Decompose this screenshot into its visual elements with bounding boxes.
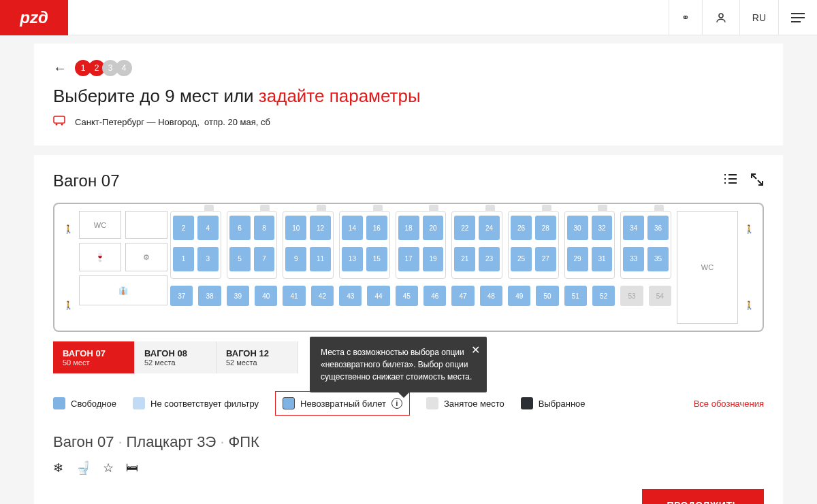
side-seat[interactable]: 39 <box>227 286 249 306</box>
seat[interactable]: 9 <box>285 247 306 271</box>
seat[interactable]: 24 <box>479 216 500 240</box>
seat[interactable]: 1 <box>173 247 194 271</box>
seat[interactable]: 15 <box>366 247 387 271</box>
continue-button[interactable]: ПРОДОЛЖИТЬ <box>642 489 764 504</box>
side-seat[interactable]: 52 <box>592 286 615 306</box>
nonrefundable-legend[interactable]: Невозвратный билет i <box>275 391 410 416</box>
side-seat[interactable]: 41 <box>283 286 305 306</box>
logo[interactable]: pzд <box>0 0 68 35</box>
svg-rect-4 <box>54 116 65 123</box>
seat[interactable]: 6 <box>229 216 251 240</box>
side-seat[interactable]: 37 <box>170 286 193 306</box>
exit-icon: 🚶 <box>741 301 757 310</box>
seat[interactable]: 16 <box>366 216 387 240</box>
seat[interactable]: 5 <box>229 247 251 271</box>
conductor-room: 👔 <box>79 275 167 305</box>
side-seat[interactable]: 44 <box>367 286 389 306</box>
seat[interactable]: 36 <box>647 216 669 240</box>
seat[interactable]: 8 <box>254 216 275 240</box>
seat[interactable]: 14 <box>342 216 363 240</box>
cup-icon <box>204 205 214 212</box>
seat[interactable]: 2 <box>173 216 194 240</box>
side-seat[interactable]: 43 <box>339 286 362 306</box>
left-endcap: 🚶 🚶 <box>60 211 76 324</box>
seat[interactable]: 22 <box>454 216 475 240</box>
progress-steps: 1 2 3 4 <box>75 60 129 76</box>
seat[interactable]: 30 <box>567 216 588 240</box>
side-seat[interactable]: 51 <box>564 286 587 306</box>
swatch-free <box>53 397 65 409</box>
staff-room <box>125 211 167 239</box>
swatch-filter <box>133 397 145 409</box>
user-icon[interactable] <box>702 0 739 35</box>
side-seat[interactable]: 38 <box>198 286 221 306</box>
exit-icon: 🚶 <box>60 301 76 310</box>
side-seat[interactable]: 42 <box>311 286 334 306</box>
exit-icon: 🚶 <box>741 224 757 234</box>
seat[interactable]: 12 <box>310 216 331 240</box>
seat[interactable]: 23 <box>479 247 500 271</box>
seat[interactable]: 25 <box>511 247 532 271</box>
menu-icon[interactable] <box>778 0 817 35</box>
right-endcap: 🚶 🚶 <box>741 211 757 324</box>
swatch-nonref <box>283 397 295 409</box>
seat[interactable]: 10 <box>285 216 306 240</box>
nonref-tooltip: ✕ Места с возможностью выбора опции «нев… <box>310 337 487 392</box>
seat[interactable]: 34 <box>623 216 644 240</box>
seat[interactable]: 20 <box>423 216 444 240</box>
car-tab[interactable]: ВАГОН 0750 мест <box>53 341 135 373</box>
page-title: Выберите до 9 мест или задайте параметры <box>53 86 764 107</box>
seat[interactable]: 35 <box>647 247 669 271</box>
car-card: Вагон 07 🚶 🚶 WC 🍷 ⚙ 👔 <box>34 155 783 504</box>
swatch-selected <box>521 397 533 409</box>
seat[interactable]: 7 <box>254 247 275 271</box>
side-seat[interactable]: 40 <box>255 286 277 306</box>
cup-icon <box>260 205 270 212</box>
seat[interactable]: 21 <box>454 247 475 271</box>
seat[interactable]: 11 <box>310 247 331 271</box>
seat[interactable]: 27 <box>535 247 556 271</box>
seat[interactable]: 31 <box>592 247 613 271</box>
seat[interactable]: 4 <box>197 216 219 240</box>
star-icon: ☆ <box>103 460 114 475</box>
glasses-icon[interactable]: ⚭ <box>669 0 702 35</box>
set-params-link[interactable]: задайте параметры <box>259 86 421 106</box>
cup-icon <box>542 205 551 212</box>
close-icon[interactable]: ✕ <box>471 342 480 358</box>
list-view-icon[interactable] <box>723 173 738 190</box>
seat[interactable]: 32 <box>592 216 613 240</box>
seat[interactable]: 26 <box>511 216 532 240</box>
car-title: Вагон 07 <box>53 171 120 190</box>
side-seat[interactable]: 49 <box>508 286 530 306</box>
side-seat[interactable]: 50 <box>536 286 558 306</box>
svg-point-0 <box>719 14 723 18</box>
coupe: 22242123 <box>451 211 502 279</box>
car-detail: Вагон 07·Плацкарт 3Э·ФПК <box>53 433 764 451</box>
info-icon[interactable]: i <box>391 398 402 409</box>
seat[interactable]: 29 <box>567 247 588 271</box>
language-button[interactable]: RU <box>739 0 778 35</box>
seat[interactable]: 33 <box>623 247 644 271</box>
seat[interactable]: 3 <box>197 247 219 271</box>
coupe: 14161315 <box>339 211 390 279</box>
back-arrow-icon[interactable]: ← <box>53 61 67 76</box>
swatch-occupied <box>426 397 438 409</box>
seat[interactable]: 18 <box>398 216 419 240</box>
seat[interactable]: 19 <box>423 247 444 271</box>
cup-icon <box>429 205 438 212</box>
seat[interactable]: 28 <box>535 216 556 240</box>
svg-point-5 <box>56 124 58 126</box>
seat[interactable]: 13 <box>342 247 363 271</box>
side-seat[interactable]: 47 <box>451 286 474 306</box>
side-seat[interactable]: 48 <box>480 286 502 306</box>
all-legend-link[interactable]: Все обозначения <box>694 399 764 409</box>
expand-icon[interactable] <box>750 173 764 190</box>
side-seat[interactable]: 46 <box>423 286 446 306</box>
car-tab[interactable]: ВАГОН 0852 места <box>135 341 217 373</box>
car-tab[interactable]: ВАГОН 1252 места <box>217 341 298 373</box>
cup-icon <box>654 205 664 212</box>
seat[interactable]: 17 <box>398 247 419 271</box>
side-seat[interactable]: 45 <box>396 286 418 306</box>
cup-icon <box>373 205 383 212</box>
bed-icon: 🛏 <box>126 460 138 475</box>
